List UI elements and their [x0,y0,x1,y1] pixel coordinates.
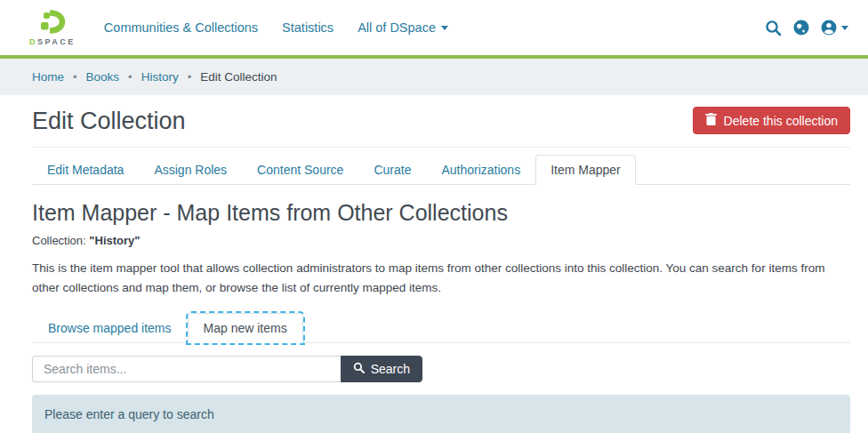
tab-authorizations[interactable]: Authorizations [426,155,535,185]
info-alert: Please enter a query to search [32,395,850,433]
globe-icon[interactable] [792,19,810,36]
edit-collection-tabs: Edit Metadata Assign Roles Content Sourc… [32,155,850,185]
search-input[interactable] [32,356,341,382]
page-header: Edit Collection Delete this collection [32,95,850,148]
page-title: Edit Collection [32,107,186,135]
user-menu[interactable] [820,19,848,36]
main-nav: Communities & Collections Statistics All… [104,20,448,35]
dspace-logo-icon [38,10,66,36]
search-icon [353,362,365,376]
breadcrumb: Home • Books • History • Edit Collection [0,59,868,95]
breadcrumb-separator: • [128,70,133,84]
nav-communities-collections[interactable]: Communities & Collections [104,20,258,35]
search-icon[interactable] [764,19,783,37]
subtab-map-new-items[interactable]: Map new items [188,313,303,343]
nav-all-of-dspace-label: All of DSpace [358,20,436,35]
collection-name: "History" [89,234,140,247]
chevron-down-icon [441,26,448,30]
collection-line: Collection: "History" [32,234,850,247]
delete-collection-label: Delete this collection [724,114,838,128]
trash-icon [705,113,717,128]
dspace-logo-text: DSPACE [29,37,76,46]
search-button[interactable]: Search [341,356,422,382]
breadcrumb-current: Edit Collection [200,70,277,84]
breadcrumb-separator: • [188,70,192,84]
tab-assign-roles[interactable]: Assign Roles [139,155,242,185]
tab-curate[interactable]: Curate [358,155,426,185]
subtab-browse-mapped-items[interactable]: Browse mapped items [32,313,188,343]
breadcrumb-separator: • [73,70,77,84]
tab-item-mapper[interactable]: Item Mapper [535,155,636,185]
nav-all-of-dspace[interactable]: All of DSpace [358,20,448,35]
breadcrumb-books[interactable]: Books [86,70,120,84]
tab-content-source[interactable]: Content Source [242,155,358,185]
main-content: Edit Collection Delete this collection E… [0,95,868,433]
top-navbar: DSPACE Communities & Collections Statist… [0,0,868,55]
breadcrumb-history[interactable]: History [141,70,179,84]
info-alert-message: Please enter a query to search [44,407,214,421]
navbar-icons [764,19,848,37]
item-mapper-subtabs: Browse mapped items Map new items [32,313,850,343]
nav-statistics[interactable]: Statistics [282,20,334,35]
search-button-label: Search [371,362,410,376]
dspace-logo[interactable]: DSPACE [29,10,76,46]
user-icon [820,19,838,36]
breadcrumb-home[interactable]: Home [32,70,64,84]
collection-label: Collection: [32,234,86,247]
tab-edit-metadata[interactable]: Edit Metadata [32,155,139,185]
item-mapper-description: This is the item mapper tool that allows… [32,259,850,297]
delete-collection-button[interactable]: Delete this collection [693,107,850,134]
search-bar: Search [32,356,422,382]
chevron-down-icon [841,26,848,30]
item-mapper-heading: Item Mapper - Map Items from Other Colle… [32,200,850,226]
